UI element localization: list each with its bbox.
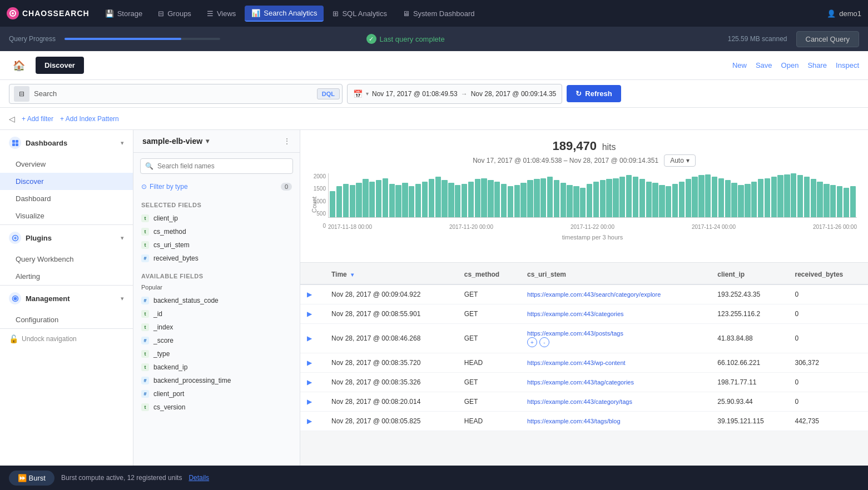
burst-details-link[interactable]: Details xyxy=(189,474,209,482)
search-bar: ⊟ Search DQL 📅 ▾ Nov 17, 2017 @ 01:08:49… xyxy=(0,80,868,108)
row-expand-button[interactable]: ▶ xyxy=(307,334,318,342)
plugins-icon xyxy=(9,232,21,244)
chart-bar xyxy=(797,175,803,217)
filter-type-button[interactable]: ⊙ Filter by type xyxy=(141,183,188,191)
table-row: ▶ Nov 28, 2017 @ 00:08:20.014 GET https:… xyxy=(300,392,868,412)
chart-bar xyxy=(771,177,777,217)
left-sidebar: Dashboards ▾ Overview Discover Dashboard… xyxy=(0,130,133,490)
svg-point-1 xyxy=(12,12,14,14)
search-input[interactable]: Search xyxy=(34,89,315,98)
field-item-received-bytes[interactable]: # received_bytes xyxy=(133,252,300,265)
sidebar-item-discover[interactable]: Discover xyxy=(0,173,133,190)
timestamp-label: timestamp per 3 hours xyxy=(328,233,857,241)
chart-bar xyxy=(817,182,822,217)
chart-bar xyxy=(402,183,408,217)
save-button[interactable]: Save xyxy=(756,61,772,69)
plugins-chevron-icon: ▾ xyxy=(121,234,124,242)
dashboards-section-header[interactable]: Dashboards ▾ xyxy=(0,130,133,156)
field-search-input[interactable] xyxy=(140,158,293,174)
open-button[interactable]: Open xyxy=(781,61,799,69)
field-item-type[interactable]: t _type xyxy=(133,347,300,361)
field-item-backend-processing-time[interactable]: # backend_processing_time xyxy=(133,374,300,387)
search-field-selector[interactable]: ⊟ xyxy=(14,86,29,102)
table-header-time[interactable]: Time ▾ xyxy=(325,265,458,284)
row-ip: 25.90.93.44 xyxy=(711,392,788,412)
management-icon xyxy=(9,292,21,304)
add-index-pattern-button[interactable]: + Add Index Pattern xyxy=(60,115,119,123)
field-item-index[interactable]: t _index xyxy=(133,321,300,334)
field-item-client-ip[interactable]: t client_ip xyxy=(133,212,300,225)
row-time: Nov 28, 2017 @ 00:08:20.014 xyxy=(325,392,458,412)
nav-storage[interactable]: 💾 Storage xyxy=(98,6,150,21)
row-expand-button[interactable]: ▶ xyxy=(307,378,318,386)
cancel-query-button[interactable]: Cancel Query xyxy=(796,31,859,47)
sidebar-item-alerting[interactable]: Alerting xyxy=(0,268,133,285)
sidebar-item-dashboard[interactable]: Dashboard xyxy=(0,190,133,207)
query-progress-label: Query Progress xyxy=(9,35,56,43)
field-item-client-port[interactable]: # client_port xyxy=(133,387,300,401)
chart-bar xyxy=(659,185,664,217)
field-item-cs-uri-stem[interactable]: t cs_uri_stem xyxy=(133,238,300,252)
sidebar-item-visualize[interactable]: Visualize xyxy=(0,207,133,224)
chart-bar xyxy=(791,173,796,217)
field-item-backend-status[interactable]: # backend_status_code xyxy=(133,294,300,307)
new-button[interactable]: New xyxy=(732,61,747,69)
hits-header: 189,470 hits Nov 17, 2017 @ 01:08:49.538… xyxy=(311,139,857,167)
dashboards-section: Dashboards ▾ Overview Discover Dashboard… xyxy=(0,130,133,225)
filter-icon: ⊙ xyxy=(141,183,147,191)
sidebar-item-configuration[interactable]: Configuration xyxy=(0,311,133,328)
sidebar-item-overview[interactable]: Overview xyxy=(0,156,133,173)
chart-bar xyxy=(679,182,685,217)
inspect-button[interactable]: Inspect xyxy=(836,61,859,69)
date-arrow-separator: → xyxy=(461,90,468,98)
nav-system-dashboard[interactable]: 🖥 System Dashboard xyxy=(396,6,482,21)
field-item-cs-version[interactable]: t cs_version xyxy=(133,401,300,414)
main-content: 189,470 hits Nov 17, 2017 @ 01:08:49.538… xyxy=(300,130,868,490)
filter-back-icon[interactable]: ◁ xyxy=(9,114,15,123)
row-bytes: 306,372 xyxy=(788,353,868,373)
nav-search-analytics[interactable]: 📊 Search Analytics xyxy=(245,6,324,22)
search-input-container[interactable]: ⊟ Search DQL xyxy=(9,84,343,104)
field-item-backend-ip[interactable]: t backend_ip xyxy=(133,361,300,374)
field-item-score[interactable]: # _score xyxy=(133,334,300,347)
chart-bar xyxy=(830,185,836,217)
index-menu-icon[interactable]: ⋮ xyxy=(283,137,291,146)
share-button[interactable]: Share xyxy=(807,61,827,69)
svg-rect-2 xyxy=(12,140,15,143)
index-chevron-icon[interactable]: ▾ xyxy=(206,137,209,145)
burst-button[interactable]: ⏩ Burst xyxy=(9,471,54,486)
row-expand-button[interactable]: ▶ xyxy=(307,359,318,367)
discover-button[interactable]: Discover xyxy=(36,57,84,74)
table-header-cs-method[interactable]: cs_method xyxy=(458,265,520,284)
row-expand-button[interactable]: ▶ xyxy=(307,291,318,298)
sidebar-item-query-workbench[interactable]: Query Workbench xyxy=(0,251,133,268)
field-item-cs-method[interactable]: t cs_method xyxy=(133,225,300,238)
nav-views[interactable]: ☰ Views xyxy=(200,6,242,21)
dql-button[interactable]: DQL xyxy=(317,88,340,99)
row-expand-button[interactable]: ▶ xyxy=(307,310,318,318)
nav-groups[interactable]: ⊟ Groups xyxy=(151,6,198,21)
field-item-id[interactable]: t _id xyxy=(133,307,300,321)
add-filter-button[interactable]: + Add filter xyxy=(22,115,53,123)
hits-count: 189,470 hits xyxy=(311,139,857,153)
auto-interval-button[interactable]: Auto ▾ xyxy=(664,154,696,167)
table-header-client-ip[interactable]: client_ip xyxy=(711,265,788,284)
date-range-picker[interactable]: 📅 ▾ Nov 17, 2017 @ 01:08:49.53 → Nov 28,… xyxy=(347,84,562,104)
chart-bar xyxy=(672,184,678,217)
table-header-received-bytes[interactable]: received_bytes xyxy=(788,265,868,284)
chart-bar xyxy=(698,175,704,217)
filter-out-icon[interactable]: - xyxy=(539,337,549,347)
chart-bar xyxy=(850,186,856,217)
row-expand-button[interactable]: ▶ xyxy=(307,417,318,425)
row-expand-button[interactable]: ▶ xyxy=(307,398,318,406)
home-button[interactable]: 🏠 xyxy=(9,56,29,76)
user-menu[interactable]: 👤 demo1 xyxy=(827,9,861,18)
nav-sql-analytics[interactable]: ⊞ SQL Analytics xyxy=(326,6,393,21)
table-header-cs-uri-stem[interactable]: cs_uri_stem xyxy=(520,265,711,284)
undock-navigation[interactable]: 🔓 Undock navigation xyxy=(0,329,133,349)
filter-for-icon[interactable]: + xyxy=(527,337,537,347)
management-section-header[interactable]: Management ▾ xyxy=(0,286,133,311)
plugins-section-header[interactable]: Plugins ▾ xyxy=(0,225,133,251)
refresh-button[interactable]: ↻ Refresh xyxy=(567,85,621,102)
row-uri: https://example.com:443/tags/blog xyxy=(520,412,711,431)
